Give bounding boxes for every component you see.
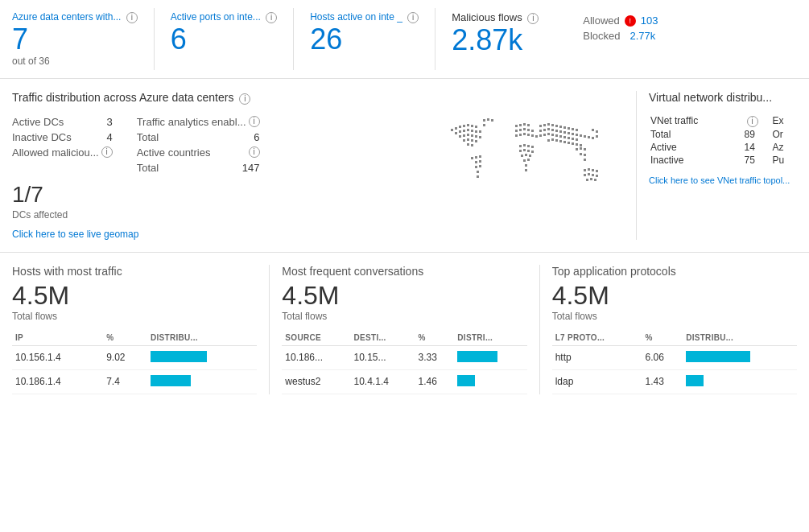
svg-rect-65: [523, 159, 526, 162]
svg-rect-86: [568, 132, 570, 134]
vnet-total-label: Total: [650, 129, 743, 140]
svg-rect-52: [531, 134, 534, 137]
analytics-info[interactable]: i: [249, 116, 260, 127]
malicious-group: Malicious flows i 2.87k Allowed ! 103 Bl…: [452, 8, 658, 70]
traffic-dist-info-icon[interactable]: i: [239, 93, 250, 105]
metric-azure-dc-label[interactable]: Azure data centers with... i: [12, 11, 138, 23]
fraction-display: 1/7: [12, 182, 427, 208]
active-dc-val: 3: [106, 116, 112, 128]
svg-rect-102: [576, 138, 578, 141]
allowed-row: Allowed ! 103: [583, 14, 658, 27]
bottom-panels: Hosts with most traffic 4.5M Total flows…: [0, 253, 809, 406]
svg-rect-125: [596, 175, 598, 177]
svg-rect-31: [475, 156, 477, 159]
svg-rect-97: [555, 134, 558, 137]
host-bar-1: [147, 345, 257, 369]
svg-rect-89: [580, 134, 582, 137]
vnet-topo-link[interactable]: Click here to see VNet traffic topol...: [649, 175, 797, 185]
svg-rect-62: [521, 155, 523, 157]
svg-rect-101: [572, 138, 574, 140]
traffic-dist-grid: Active DCs 3 Inactive DCs 4 Allowed mali…: [12, 114, 427, 175]
svg-rect-21: [467, 138, 469, 141]
host-bar-2: [147, 369, 257, 394]
conversations-title: Most frequent conversations: [282, 265, 526, 278]
hosts-active-info-icon[interactable]: i: [407, 12, 419, 23]
blocked-value: 2.77k: [630, 30, 656, 42]
conversations-value: 4.5M: [282, 281, 526, 311]
active-ports-value: 6: [171, 23, 277, 56]
svg-rect-82: [551, 129, 554, 131]
host-ip-2: 10.186.1.4: [12, 369, 103, 394]
azure-dc-info-icon[interactable]: i: [126, 12, 138, 23]
svg-rect-117: [584, 159, 586, 161]
vnet-inactive-row: Inactive 75 Pu: [650, 155, 795, 166]
svg-rect-60: [527, 150, 530, 152]
inactive-dc-val: 4: [106, 131, 112, 143]
svg-rect-94: [543, 134, 546, 136]
svg-rect-110: [576, 143, 578, 146]
traffic-dist-title-text: Traffic distribution across Azure data c…: [12, 91, 233, 104]
hosts-active-label[interactable]: Hosts active on inte _ i: [310, 11, 419, 23]
allowed-malicious-info[interactable]: i: [101, 146, 113, 158]
svg-rect-69: [539, 125, 542, 127]
vnet-total-col2: Or: [773, 129, 795, 140]
malicious-info-icon[interactable]: i: [527, 13, 539, 24]
svg-rect-122: [584, 174, 586, 176]
traffic-dist-content: Traffic distribution across Azure data c…: [12, 91, 427, 240]
dcs-affected-label: DCs affected: [12, 209, 427, 221]
vnet-table: VNet traffic i Ex Total 89 Or Active 14 …: [649, 113, 797, 167]
vnet-inactive-col2: Pu: [773, 155, 795, 166]
svg-rect-18: [475, 135, 477, 138]
svg-rect-116: [584, 154, 586, 156]
svg-rect-11: [471, 130, 473, 132]
col-pct: %: [103, 330, 147, 346]
svg-rect-55: [523, 144, 526, 146]
host-ip-1: 10.156.1.4: [12, 345, 103, 369]
svg-rect-3: [463, 125, 465, 127]
svg-rect-129: [592, 129, 594, 131]
allowed-value: 103: [641, 14, 658, 27]
conv-pct-1: 3.33: [415, 345, 455, 369]
proto-bar-1: [683, 345, 797, 369]
metric-hosts-active: Hosts active on inte _ i 26: [310, 8, 435, 70]
col-ip: IP: [12, 330, 103, 346]
svg-rect-107: [563, 141, 566, 143]
active-countries-info[interactable]: i: [249, 146, 260, 158]
svg-rect-6: [475, 126, 477, 128]
host-pct-1: 9.02: [103, 345, 147, 369]
svg-rect-15: [463, 134, 465, 137]
svg-rect-90: [584, 135, 586, 138]
table-row: ldap 1.43: [552, 369, 797, 394]
total-row-1: Total 6: [137, 130, 260, 145]
active-ports-info-icon[interactable]: i: [266, 12, 277, 23]
svg-rect-56: [527, 145, 530, 147]
blocked-label: Blocked: [583, 30, 620, 42]
svg-rect-48: [515, 134, 518, 137]
svg-rect-20: [463, 139, 465, 142]
conv-dest-1: 10.15...: [351, 345, 415, 369]
svg-rect-118: [584, 169, 586, 171]
table-row: 10.186... 10.15... 3.33: [282, 345, 526, 369]
active-ports-label[interactable]: Active ports on inte... i: [171, 11, 277, 23]
hosts-traffic-value: 4.5M: [12, 281, 257, 311]
svg-rect-13: [479, 130, 481, 133]
geomap-link[interactable]: Click here to see live geomap: [12, 229, 138, 240]
host-pct-2: 7.4: [103, 369, 147, 394]
svg-rect-50: [523, 133, 526, 135]
svg-rect-34: [479, 160, 481, 163]
vnet-info-icon[interactable]: i: [747, 116, 758, 127]
svg-rect-80: [543, 129, 546, 131]
svg-rect-112: [576, 148, 578, 151]
metric-azure-dc: Azure data centers with... i 7 out of 36: [12, 8, 155, 70]
conv-dest-2: 10.4.1.4: [351, 369, 415, 394]
svg-rect-120: [592, 169, 594, 171]
svg-rect-54: [519, 145, 522, 147]
svg-rect-57: [531, 146, 534, 148]
blocked-row: Blocked 2.77k: [583, 30, 658, 42]
svg-rect-0: [451, 129, 453, 131]
svg-rect-12: [475, 130, 477, 133]
vnet-active-col2: Az: [773, 142, 795, 153]
hosts-traffic-header: IP % DISTRIBU...: [12, 330, 257, 346]
svg-rect-26: [483, 119, 485, 122]
active-countries-row: Active countries i: [137, 145, 260, 160]
